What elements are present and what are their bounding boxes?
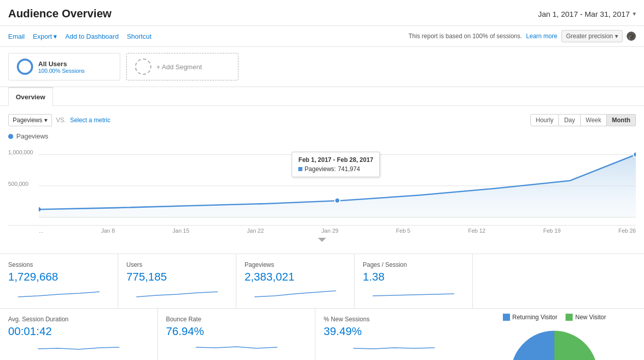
metric-avg-duration-sparkline [8, 341, 149, 354]
x-label-1: Jan 8 [101, 228, 115, 234]
tooltip-title: Feb 1, 2017 - Feb 28, 2017 [299, 156, 373, 163]
vs-label: VS. [56, 117, 66, 124]
date-range[interactable]: Jan 1, 2017 - Mar 31, 2017 ▾ [538, 10, 636, 18]
y-label-top: 1,000,000 [8, 149, 33, 155]
metric-label: Pageviews [13, 117, 42, 124]
legend-dot [8, 134, 13, 139]
metric-new-sessions-sparkline [324, 341, 465, 354]
time-buttons: Hourly Day Week Month [530, 114, 636, 126]
metric-pageviews-value[interactable]: 2,383,021 [245, 270, 346, 284]
day-button[interactable]: Day [559, 114, 580, 126]
metric-sessions-value[interactable]: 1,729,668 [8, 270, 110, 284]
metric-new-sessions-title: % New Sessions [324, 316, 465, 323]
date-range-dropdown-icon[interactable]: ▾ [633, 10, 636, 17]
add-segment-label: + Add Segment [156, 63, 202, 71]
bottom-row: Avg. Session Duration 00:01:42 Bounce Ra… [0, 308, 644, 360]
pie-section: Returning Visitor New Visitor 39.5% 60.5… [473, 309, 636, 360]
segment-sub: 100.00% Sessions [38, 68, 85, 74]
metric-pageviews-sparkline [245, 287, 346, 299]
metric-selector: Pageviews ▾ VS. Select a metric [8, 114, 111, 126]
returning-label: Returning Visitor [513, 314, 558, 321]
metric-users-value[interactable]: 775,185 [126, 270, 228, 284]
metric-new-sessions: % New Sessions 39.49% [315, 309, 473, 360]
export-dropdown-icon: ▾ [53, 33, 57, 40]
export-button[interactable]: Export ▾ [33, 32, 58, 41]
metric-users: Users 775,185 [118, 254, 236, 308]
metrics-bottom: Avg. Session Duration 00:01:42 Bounce Ra… [8, 309, 473, 360]
svg-point-5 [335, 198, 340, 203]
x-label-5: Feb 5 [396, 228, 410, 234]
tooltip-number: 741,974 [338, 165, 360, 173]
metric-pages-session: Pages / Session 1.38 [355, 254, 473, 308]
week-button[interactable]: Week [581, 114, 607, 126]
precision-label: Greater precision [566, 33, 613, 40]
chart-tooltip: Feb 1, 2017 - Feb 28, 2017 Pageviews: 74… [292, 152, 380, 177]
x-label-6: Feb 12 [468, 228, 486, 234]
metric-avg-duration-value[interactable]: 00:01:42 [8, 325, 149, 338]
metric-new-sessions-value[interactable]: 39.49% [324, 325, 465, 338]
metric-dropdown[interactable]: Pageviews ▾ [8, 114, 52, 126]
precision-dropdown-icon: ▾ [615, 33, 618, 40]
chart-area: Pageviews ▾ VS. Select a metric Hourly D… [0, 106, 644, 254]
email-button[interactable]: Email [8, 32, 25, 41]
precision-button[interactable]: Greater precision ▾ [561, 30, 623, 42]
pie-chart: 39.5% 60.5% [506, 326, 603, 360]
metric-sessions: Sessions 1,729,668 [8, 254, 118, 308]
all-users-segment[interactable]: All Users 100.00% Sessions [8, 53, 120, 80]
select-metric-link[interactable]: Select a metric [70, 117, 110, 124]
metric-pages-session-sparkline [363, 287, 464, 299]
segment-name: All Users [38, 60, 85, 68]
chart-scroll-icon[interactable] [8, 236, 636, 245]
tooltip-value: Pageviews: 741,974 [299, 165, 373, 173]
metric-pageviews-title: Pageviews [245, 261, 346, 268]
date-range-text: Jan 1, 2017 - Mar 31, 2017 [538, 10, 630, 18]
svg-marker-7 [318, 238, 326, 242]
month-button[interactable]: Month [607, 114, 636, 126]
metric-bounce-rate-sparkline [166, 341, 307, 354]
add-segment-icon [135, 59, 151, 75]
segments-bar: All Users 100.00% Sessions + Add Segment [0, 47, 644, 87]
tooltip-dot [299, 167, 303, 171]
tabs-bar: Overview [0, 87, 644, 106]
page-title: Audience Overview [8, 7, 112, 20]
x-label-3: Jan 22 [247, 228, 264, 234]
new-label: New Visitor [575, 314, 606, 321]
add-dashboard-button[interactable]: Add to Dashboard [65, 32, 119, 41]
legend-label: Pageviews [16, 132, 48, 140]
y-label-mid: 500,000 [8, 181, 29, 187]
pie-legend-returning: Returning Visitor [503, 314, 558, 321]
report-info-text: This report is based on 100% of sessions… [409, 33, 522, 40]
pie-spacer-top [473, 254, 636, 308]
pie-legend-new: New Visitor [566, 314, 606, 321]
chart-wrapper: 1,000,000 500,000 Feb 1, [8, 144, 636, 226]
toolbar-right: This report is based on 100% of sessions… [409, 30, 636, 42]
hourly-button[interactable]: Hourly [530, 114, 559, 126]
svg-point-4 [37, 207, 41, 211]
toolbar-left: Email Export ▾ Add to Dashboard Shortcut [8, 32, 151, 41]
metrics-top-row: Sessions 1,729,668 Users 775,185 Pagevie… [0, 254, 644, 308]
new-visitor-slice [554, 331, 598, 361]
metric-users-title: Users [126, 261, 228, 268]
metric-pages-session-value[interactable]: 1.38 [363, 270, 464, 284]
metric-avg-duration-title: Avg. Session Duration [8, 316, 149, 323]
x-label-2: Jan 15 [173, 228, 190, 234]
new-color-swatch [566, 314, 573, 321]
learn-more-link[interactable]: Learn more [526, 33, 557, 40]
page-header: Audience Overview Jan 1, 2017 - Mar 31, … [0, 0, 644, 26]
metric-users-sparkline [126, 287, 228, 299]
metric-bounce-rate: Bounce Rate 76.94% [158, 309, 316, 360]
help-icon[interactable]: 🎓 [627, 32, 636, 41]
x-label-0: ... [39, 228, 43, 234]
shortcut-button[interactable]: Shortcut [127, 32, 151, 41]
x-axis: ... Jan 8 Jan 15 Jan 22 Jan 29 Feb 5 Feb… [8, 226, 636, 234]
metric-pages-session-title: Pages / Session [363, 261, 464, 268]
pie-legend: Returning Visitor New Visitor [503, 314, 606, 321]
svg-point-6 [633, 152, 636, 157]
metric-pageviews: Pageviews 2,383,021 [236, 254, 355, 308]
metric-bounce-rate-value[interactable]: 76.94% [166, 325, 307, 338]
chart-legend: Pageviews [8, 132, 636, 140]
toolbar: Email Export ▾ Add to Dashboard Shortcut… [0, 26, 644, 47]
tab-overview[interactable]: Overview [8, 87, 53, 106]
returning-color-swatch [503, 314, 510, 321]
add-segment-button[interactable]: + Add Segment [126, 53, 238, 80]
